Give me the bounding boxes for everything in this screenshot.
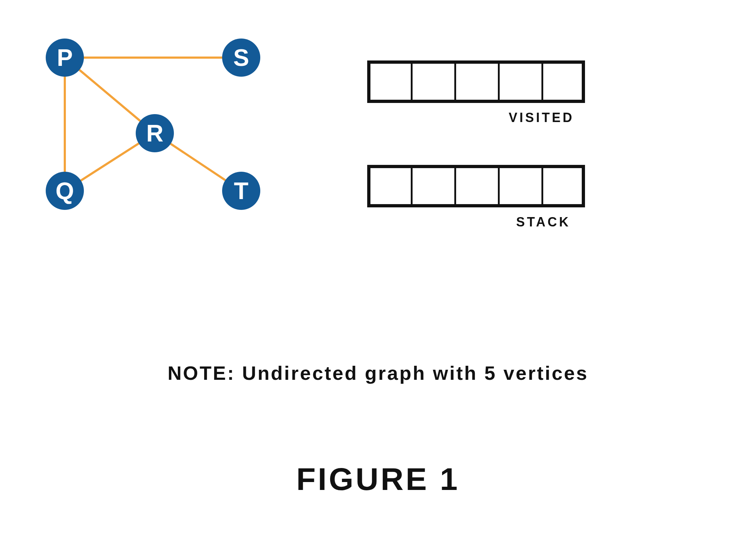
stack-array-row — [367, 165, 585, 207]
stack-array: STACK — [367, 165, 585, 230]
array-cell — [541, 60, 585, 103]
note-body: Undirected graph with 5 vertices — [235, 362, 588, 384]
array-cell — [411, 165, 454, 207]
graph-node-label: T — [234, 179, 248, 203]
visited-array-label: VISITED — [367, 110, 585, 125]
array-cell — [454, 60, 498, 103]
array-cell — [541, 165, 585, 207]
graph-edge — [80, 70, 140, 121]
stack-array-label: STACK — [367, 215, 585, 230]
array-cell — [367, 60, 411, 103]
figure-caption: FIGURE 1 — [0, 461, 756, 498]
graph-node-q: Q — [46, 172, 84, 210]
visited-array: VISITED — [367, 60, 585, 125]
diagram-canvas: P S R Q T VISITED STACK NOTE: Undirected… — [0, 0, 756, 540]
graph-node-r: R — [136, 114, 174, 152]
visited-array-row — [367, 60, 585, 103]
array-cell — [498, 165, 541, 207]
graph-node-label: P — [57, 46, 73, 69]
array-cell — [498, 60, 541, 103]
graph-edge — [81, 144, 139, 181]
graph-node-s: S — [222, 39, 260, 77]
graph-node-label: S — [233, 46, 249, 69]
note-text: NOTE: Undirected graph with 5 vertices — [0, 362, 756, 384]
graph-node-p: P — [46, 39, 84, 77]
graph-node-label: R — [146, 121, 163, 145]
array-cell — [411, 60, 454, 103]
array-cell — [454, 165, 498, 207]
graph-node-t: T — [222, 172, 260, 210]
note-prefix: NOTE: — [167, 362, 235, 384]
graph-node-label: Q — [55, 179, 74, 203]
array-cell — [367, 165, 411, 207]
graph-edge — [171, 144, 225, 180]
